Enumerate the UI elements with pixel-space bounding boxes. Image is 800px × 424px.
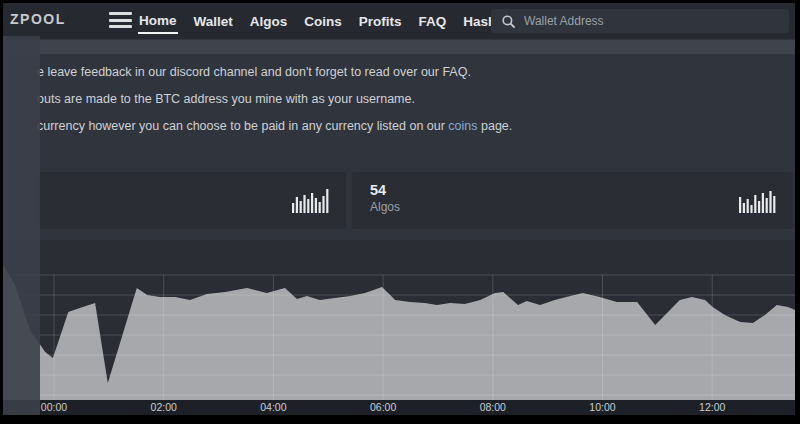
page-background: ZPOOL Home Wallet Algos Coins Profits FA… <box>3 3 795 415</box>
bar-chart-icon <box>739 189 777 213</box>
nav-item-wallet[interactable]: Wallet <box>193 10 234 33</box>
chart-x-axis: 00:0002:0004:0006:0008:0010:0012:00 <box>3 400 795 415</box>
nav-item-faq[interactable]: FAQ <box>418 10 448 33</box>
stat-card-left <box>35 172 346 229</box>
coins-link[interactable]: coins <box>448 119 477 133</box>
x-tick-label: 04:00 <box>260 401 286 413</box>
area-chart-svg <box>3 240 795 400</box>
nav-item-home[interactable]: Home <box>138 9 178 34</box>
notice-currency: currency however you can choose to be pa… <box>37 119 512 133</box>
x-tick-label: 12:00 <box>699 401 725 413</box>
x-tick-label: 06:00 <box>370 401 396 413</box>
x-tick-label: 00:00 <box>41 401 67 413</box>
header-strip <box>3 40 795 54</box>
nav-item-profits[interactable]: Profits <box>358 10 403 33</box>
top-navbar: ZPOOL Home Wallet Algos Coins Profits FA… <box>3 3 795 39</box>
algos-label: Algos <box>370 199 400 215</box>
nav-item-algos[interactable]: Algos <box>249 10 289 33</box>
x-tick-label: 10:00 <box>589 401 615 413</box>
screenshot-frame: ZPOOL Home Wallet Algos Coins Profits FA… <box>0 0 800 424</box>
zpool-logo: ZPOOL <box>10 11 66 27</box>
notice-currency-text-end: page. <box>478 119 513 133</box>
bar-chart-icon <box>292 189 330 213</box>
notice-payouts: outs are made to the BTC address you min… <box>37 92 415 106</box>
wallet-address-input[interactable] <box>524 14 754 28</box>
nav-menu: Home Wallet Algos Coins Profits FAQ Hash… <box>138 3 534 39</box>
algos-count: 54 <box>370 181 400 199</box>
notice-feedback: e leave feedback in our discord channel … <box>37 65 471 79</box>
hashrate-chart <box>3 240 795 400</box>
x-tick-label: 02:00 <box>151 401 177 413</box>
notice-currency-text: currency however you can choose to be pa… <box>37 119 448 133</box>
stat-card-algos: 54 Algos <box>352 172 793 229</box>
side-drawer-overlay <box>3 36 40 415</box>
x-tick-label: 08:00 <box>480 401 506 413</box>
wallet-search-box[interactable] <box>491 9 789 33</box>
nav-item-coins[interactable]: Coins <box>303 10 343 33</box>
hamburger-menu-icon[interactable] <box>109 12 132 28</box>
search-icon <box>502 15 515 28</box>
